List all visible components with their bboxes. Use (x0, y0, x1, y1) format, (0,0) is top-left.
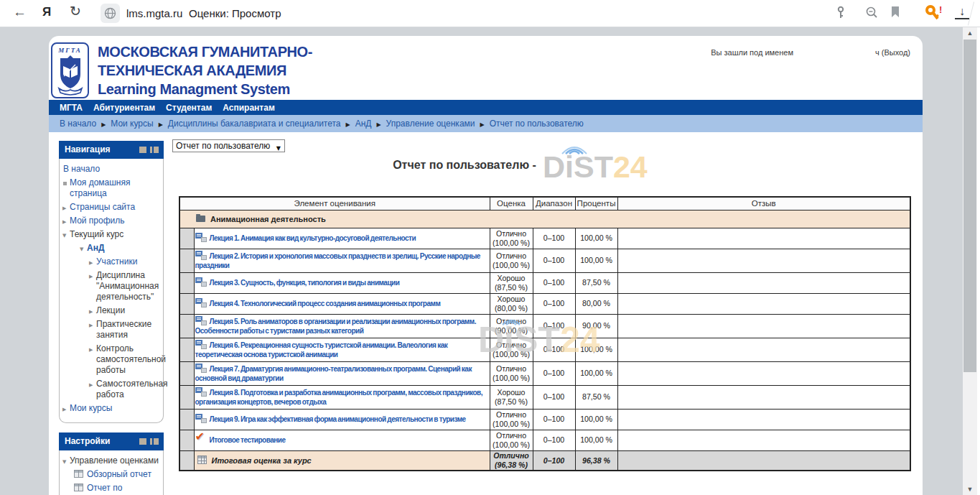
expand-icon[interactable]: ▶ (89, 345, 93, 356)
zoom-icon[interactable] (865, 6, 879, 22)
item-link[interactable]: Лекция 4. Технологический процесс создан… (210, 300, 441, 307)
sidebar-item-label[interactable]: Мои курсы (70, 403, 112, 413)
item-link[interactable]: Итоговое тестирование (210, 436, 286, 444)
top-menu-item-4[interactable]: Аспирантам (223, 103, 275, 113)
sidebar-item[interactable]: ▶Страницы сайта (61, 200, 162, 214)
sidebar-item[interactable]: ▶Самостоятельная работа (61, 377, 162, 402)
sidebar-item[interactable]: ▶Участники (61, 255, 162, 269)
login-status: Вы зашли под именем (711, 48, 793, 57)
logout-link[interactable]: ч (Выход) (875, 48, 910, 57)
expand-icon[interactable]: ▶ (89, 272, 93, 282)
item-link[interactable]: Лекция 7. Драматургия анимационно-театра… (195, 365, 472, 383)
yandex-icon[interactable]: Я (42, 5, 51, 19)
report-icon (74, 470, 83, 478)
breadcrumb-link[interactable]: Дисциплины бакалавриата и специалитета (168, 119, 341, 129)
sidebar-item-label: Контроль самостоятельной работы (96, 343, 166, 375)
sidebar-item-label[interactable]: Отчет по пользователю (87, 483, 144, 495)
collapse-icon[interactable]: ▼ (62, 457, 66, 468)
item-name-cell: Лекция 5. Роль аниматоров в организации … (194, 314, 490, 338)
collapse-block-icon[interactable] (139, 438, 146, 445)
sidebar-item[interactable]: ▶Лекции (61, 304, 162, 318)
sidebar-item[interactable]: Отчет по пользователю (61, 481, 162, 495)
breadcrumb-link[interactable]: АнД (355, 119, 372, 129)
percent-cell: 100,00 % (575, 361, 617, 385)
sidebar-item[interactable]: Обзорный отчет (61, 468, 162, 481)
expand-icon[interactable]: ▶ (62, 404, 66, 415)
sidebar-item[interactable]: ▼Текущий курс (61, 228, 162, 241)
sidebar-item[interactable]: Моя домашняя страница (61, 176, 162, 200)
mgta-shield-icon (56, 54, 85, 96)
course-total-row: Итоговая оценка за курсОтлично(96,38 %)0… (179, 450, 910, 471)
expand-icon[interactable]: ▶ (62, 203, 66, 214)
top-menu-item-2[interactable]: Абитуриентам (93, 103, 155, 113)
sidebar-item-label[interactable]: Обзорный отчет (87, 469, 151, 479)
feedback-cell (617, 450, 910, 471)
sidebar-item-label[interactable]: Страницы сайта (70, 202, 135, 212)
indent-cell (179, 338, 194, 361)
sidebar-item-label: Практические занятия (96, 319, 151, 340)
sidebar-item-label[interactable]: Мой профиль (70, 216, 125, 226)
expand-icon[interactable]: ▶ (89, 258, 93, 269)
sidebar-item-label[interactable]: Участники (96, 256, 137, 267)
sidebar-item[interactable]: ▶Мой профиль (61, 214, 162, 228)
grade-row: Лекция 7. Драматургия анимационно-театра… (179, 361, 910, 385)
reload-icon[interactable]: ↻ (70, 3, 81, 19)
sidebar-item-label[interactable]: АнД (87, 243, 104, 253)
col-header-percent: Проценты (575, 197, 617, 210)
breadcrumb-link[interactable]: Управление оценками (386, 119, 475, 129)
browser-toolbar: ← Я ↻ lms.mgta.ru Оценки: Просмотр ! ↓ (0, 0, 980, 27)
sidebar-item[interactable]: ▼Управление оценками (61, 454, 162, 468)
item-name-cell: Лекция 7. Драматургия анимационно-театра… (194, 361, 490, 385)
expand-icon[interactable]: ▶ (89, 380, 93, 391)
sidebar-item[interactable]: ▶Практические занятия (61, 318, 162, 342)
sidebar-item[interactable]: ▶Дисциплина "Анимационная деятельность" (61, 269, 162, 304)
indent-cell (179, 249, 194, 272)
dock-block-icon[interactable] (150, 438, 159, 445)
password-alert-icon[interactable]: ! (923, 4, 945, 26)
grade-cell: Хорошо(87,50 %) (490, 272, 533, 293)
globe-icon (104, 7, 116, 19)
lms-page: МГТА МОСКОВСКАЯ ГУМАНИТАРНО- ТЕХНИЧЕСКАЯ… (49, 36, 923, 495)
item-link[interactable]: Лекция 2. История и хронология массовых … (195, 252, 480, 270)
grade-row: Лекция 3. Сущность, функция, типология и… (179, 272, 910, 293)
collapse-icon[interactable]: ▼ (62, 231, 66, 241)
item-link[interactable]: Лекция 8. Подготовка и разработка анимац… (195, 389, 482, 407)
scroll-up-icon[interactable]: ▲ (963, 29, 977, 37)
item-link[interactable]: Лекция 1. Анимация как вид культурно-дос… (210, 234, 416, 242)
password-icon[interactable] (835, 6, 846, 23)
breadcrumb-separator-icon: ▶ (346, 121, 350, 128)
scrollbar-thumb[interactable] (963, 40, 976, 372)
page-scrollbar[interactable]: ▲ ▼ (963, 27, 977, 495)
sidebar-item-label[interactable]: В начало (63, 164, 100, 174)
back-icon[interactable]: ← (13, 4, 27, 20)
breadcrumb-link[interactable]: В начало (60, 119, 96, 129)
range-cell: 0–100 (533, 450, 575, 471)
collapse-block-icon[interactable] (139, 147, 146, 153)
expand-icon[interactable]: ▶ (89, 320, 93, 331)
dock-block-icon[interactable] (150, 147, 159, 153)
download-icon[interactable]: ↓ (955, 5, 969, 19)
sidebar-item-label[interactable]: Моя домашняя страница (70, 177, 131, 198)
breadcrumb-link[interactable]: Мои курсы (111, 119, 153, 129)
sidebar-item[interactable]: ▶Мои курсы (61, 402, 162, 415)
top-menu-item-1[interactable]: МГТА (60, 103, 83, 113)
collapse-icon[interactable]: ▼ (80, 244, 83, 255)
expand-icon[interactable]: ▶ (89, 307, 93, 318)
svg-text:!: ! (939, 4, 942, 15)
sidebar-item[interactable]: В начало (61, 162, 162, 176)
sidebar-item[interactable]: ▼АнД (61, 241, 162, 255)
address-url[interactable]: lms.mgta.ru (126, 7, 182, 19)
item-link[interactable]: Лекция 5. Роль аниматоров в организации … (195, 318, 476, 336)
breadcrumb-separator-icon: ▶ (480, 121, 485, 128)
bookmark-icon[interactable] (890, 6, 900, 22)
scroll-down-icon[interactable]: ▼ (963, 486, 977, 493)
item-link[interactable]: Лекция 9. Игра как эффективная форма ани… (210, 415, 466, 423)
item-link[interactable]: Лекция 3. Сущность, функция, типология и… (210, 279, 400, 287)
item-link[interactable]: Лекция 6. Рекреационная сущность туристс… (195, 341, 448, 359)
expand-icon[interactable]: ▶ (62, 217, 66, 228)
report-type-select[interactable]: Отчет по пользователю ▼ (172, 139, 285, 152)
sidebar-item[interactable]: ▶Контроль самостоятельной работы (61, 342, 162, 377)
breadcrumb-link[interactable]: Отчет по пользователю (490, 119, 584, 129)
breadcrumb-separator-icon: ▶ (376, 121, 381, 128)
top-menu-item-3[interactable]: Студентам (166, 103, 212, 113)
